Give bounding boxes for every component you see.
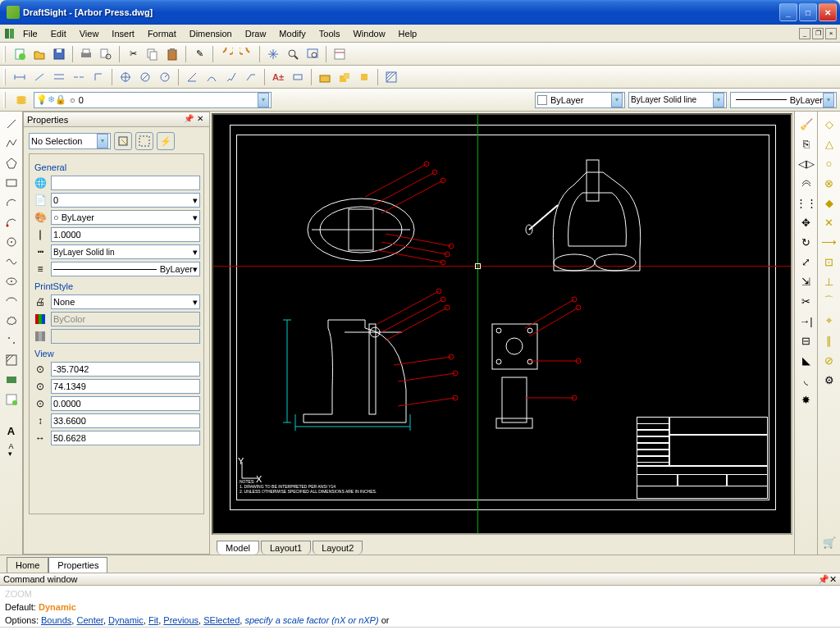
command-input[interactable]: DraftSight: — [0, 627, 840, 630]
snap-node-button[interactable]: ⊗ — [820, 174, 838, 192]
paste-button[interactable] — [163, 45, 181, 63]
snap-ext-button[interactable]: ⟶ — [820, 233, 838, 251]
point-button[interactable] — [2, 331, 21, 349]
block-insert-button[interactable] — [316, 68, 334, 86]
snap-per-button[interactable]: ⊥ — [820, 272, 838, 290]
zoom-button[interactable] — [284, 45, 302, 63]
mtext-button[interactable]: A▾ — [2, 441, 21, 459]
toggle-button[interactable]: ⚡ — [157, 132, 175, 150]
dim-edit-button[interactable] — [289, 68, 307, 86]
move-button[interactable]: ✥ — [797, 213, 815, 231]
layer-field[interactable]: 0▾ — [51, 193, 200, 208]
printstyle-field[interactable]: None▾ — [51, 294, 200, 309]
trim-button[interactable]: ✂ — [797, 292, 815, 310]
ellipse-button[interactable] — [2, 272, 21, 290]
view-w-field[interactable]: 50.6628 — [51, 431, 200, 445]
pan-button[interactable] — [264, 45, 282, 63]
circle-button[interactable] — [2, 233, 21, 251]
mirror-button[interactable]: ◁▷ — [797, 154, 815, 172]
dim-aligned-button[interactable] — [30, 68, 48, 86]
color-field[interactable]: ○ByLayer▾ — [51, 210, 200, 225]
array-button[interactable]: ⋮⋮ — [797, 194, 815, 212]
opt-selected[interactable]: SElected — [203, 615, 240, 625]
menu-modify[interactable]: Modify — [272, 29, 312, 39]
redo-button[interactable] — [237, 45, 255, 63]
cut-button[interactable]: ✂ — [124, 45, 142, 63]
undo-button[interactable] — [217, 45, 235, 63]
opt-previous[interactable]: Previous — [163, 615, 199, 625]
hatch-tool-button[interactable] — [2, 351, 21, 369]
menu-help[interactable]: Help — [392, 29, 424, 39]
quickselect-button[interactable] — [114, 132, 132, 150]
selection-combo[interactable]: No Selection▾ — [29, 133, 111, 149]
explode-button[interactable]: ✸ — [797, 390, 815, 409]
new-button[interactable] — [11, 45, 29, 63]
pencil-button[interactable]: ✎ — [190, 45, 208, 63]
view-y-field[interactable]: 74.1349 — [51, 379, 200, 394]
maximize-button[interactable]: □ — [799, 3, 817, 21]
dim-ordinate-button[interactable] — [89, 68, 107, 86]
break-button[interactable]: ⊟ — [797, 331, 815, 349]
hyperlink-field[interactable] — [51, 176, 200, 190]
drawing-canvas[interactable]: YX NOTES:1. DRAWING TO BE INTERPRETED PE… — [212, 113, 792, 535]
dim-arclength-button[interactable] — [203, 68, 221, 86]
linestyle-field[interactable]: ByLayer Solid lin▾ — [51, 244, 200, 259]
menu-dimension[interactable]: Dimension — [183, 29, 239, 39]
properties-button[interactable] — [331, 45, 349, 63]
scale-button[interactable]: ⤢ — [797, 253, 815, 271]
note-button[interactable] — [2, 390, 21, 409]
hatch-button[interactable] — [382, 68, 400, 86]
minimize-button[interactable]: _ — [779, 3, 797, 21]
snap-near-button[interactable]: ⌖ — [820, 312, 838, 330]
preview-button[interactable] — [97, 45, 115, 63]
view-x-field[interactable]: -35.7042 — [51, 362, 200, 377]
app-store-button[interactable]: 🛒 — [820, 533, 838, 551]
block-define-button[interactable] — [355, 68, 373, 86]
fillet-button[interactable]: ◟ — [797, 371, 815, 389]
menu-file[interactable]: File — [16, 29, 44, 39]
layer-combo[interactable]: 💡 ❄ 🔒 ○ 0 ▾ — [34, 92, 272, 108]
dim-tolerance-button[interactable]: A± — [269, 68, 287, 86]
tab-properties[interactable]: Properties — [48, 557, 107, 573]
line-button[interactable] — [2, 115, 21, 133]
tab-home[interactable]: Home — [7, 557, 48, 573]
text-button[interactable]: A — [2, 422, 21, 440]
zoom-window-button[interactable] — [304, 45, 322, 63]
block-make-button[interactable] — [336, 68, 354, 86]
snap-cen-button[interactable]: ○ — [820, 154, 838, 172]
scale-field[interactable]: 1.0000 — [51, 227, 200, 242]
color-combo[interactable]: ByLayer ▾ — [535, 92, 625, 108]
snap-par-button[interactable]: ∥ — [820, 331, 838, 349]
dim-continue-button[interactable] — [70, 68, 88, 86]
linestyle-combo[interactable]: ByLayer Solid line ▾ — [628, 92, 727, 108]
ellipse-arc-button[interactable] — [2, 292, 21, 310]
tab-layout2[interactable]: Layout2 — [313, 541, 363, 555]
menu-tools[interactable]: Tools — [313, 29, 347, 39]
menu-edit[interactable]: Edit — [44, 29, 73, 39]
polygon-button[interactable] — [2, 154, 21, 172]
cmd-close-button[interactable]: ✕ — [829, 574, 837, 585]
tab-layout1[interactable]: Layout1 — [261, 541, 311, 555]
arc-button[interactable] — [2, 194, 21, 212]
snap-mid-button[interactable]: △ — [820, 135, 838, 153]
opt-fit[interactable]: Fit — [148, 615, 158, 625]
chamfer-button[interactable]: ◣ — [797, 351, 815, 369]
opt-dynamic[interactable]: Dynamic — [108, 615, 144, 625]
dim-linear-button[interactable] — [11, 68, 29, 86]
open-button[interactable] — [30, 45, 48, 63]
mdi-minimize-button[interactable]: _ — [799, 28, 810, 39]
mdi-restore-button[interactable]: ❐ — [812, 28, 824, 39]
layer-manager-button[interactable] — [12, 91, 30, 109]
pin-button[interactable]: 📌 — [183, 114, 194, 126]
menu-window[interactable]: Window — [346, 29, 391, 39]
snap-none-button[interactable]: ⊘ — [820, 351, 838, 369]
selectall-button[interactable] — [135, 132, 153, 150]
mdi-close-button[interactable]: × — [825, 28, 837, 39]
opt-bounds[interactable]: Bounds — [41, 615, 71, 625]
panel-close-button[interactable]: ✕ — [194, 114, 206, 126]
lineweight-combo[interactable]: ByLayer ▾ — [730, 92, 837, 108]
tab-model[interactable]: Model — [217, 541, 259, 555]
print-button[interactable] — [77, 45, 95, 63]
revcloud-button[interactable] — [2, 312, 21, 330]
copy-button[interactable] — [144, 45, 162, 63]
